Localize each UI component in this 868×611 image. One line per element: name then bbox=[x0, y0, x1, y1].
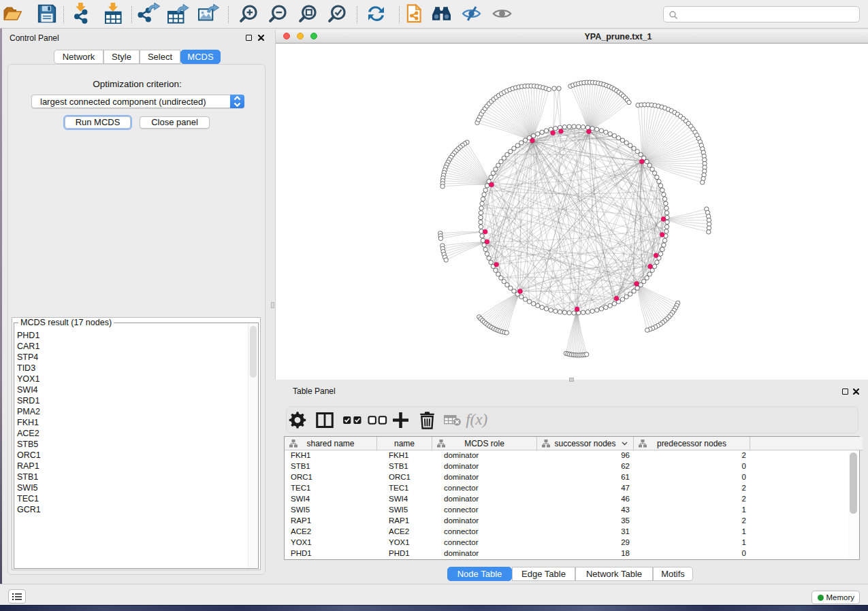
svg-text:f(x): f(x) bbox=[466, 411, 487, 428]
